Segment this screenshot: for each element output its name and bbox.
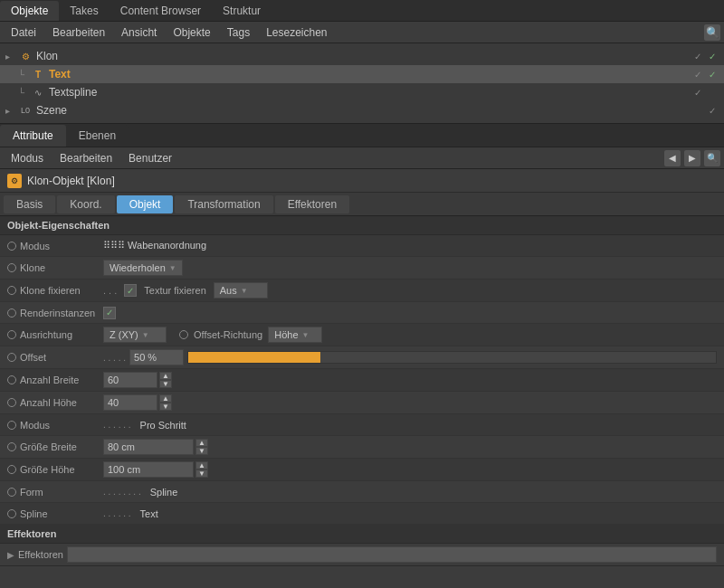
subtab-koord[interactable]: Koord. [57,195,114,213]
klon-obj-icon: ⚙ [7,174,22,188]
offset-group: . . . . . [103,349,717,365]
textspline-checks: ✓ [691,86,719,99]
tab-struktur[interactable]: Struktur [212,1,272,21]
tab-content-browser[interactable]: Content Browser [110,1,212,21]
klon-check1: ✓ [691,50,704,62]
subtab-objekt[interactable]: Objekt [117,195,174,213]
step-up-gr-h[interactable]: ▲ [195,461,208,469]
groesse-breite-group: ▲ ▼ [103,439,208,455]
textur-fix-label: Textur fixieren [144,285,205,296]
step-down-gr-h[interactable]: ▼ [195,469,208,478]
dots-offset: . . . . . [103,353,126,363]
spline-check1: ✓ [691,86,704,99]
prop-label-klone: Klone [7,262,98,273]
tab-attribute[interactable]: Attribute [0,125,66,147]
ausrichtung-group: Z (XY) Offset-Richtung Höhe [103,327,717,343]
step-down-anz-h[interactable]: ▼ [159,403,172,411]
checkbox-render[interactable]: ✓ [103,307,116,319]
step-up-anz-b[interactable]: ▲ [159,372,172,380]
text-check1: ✓ [691,68,704,81]
attr-menu-modus[interactable]: Modus [4,150,51,166]
step-up-gr-b[interactable]: ▲ [195,439,208,447]
attr-menu-benutzer[interactable]: Benutzer [121,150,179,166]
expand-icon-klon: ▸ [5,52,14,62]
prop-dropdown-textur[interactable]: Aus [214,282,268,299]
subtab-effektoren[interactable]: Effektoren [275,195,349,213]
text-icon: T [31,67,45,81]
prop-label-offset: Offset [7,352,98,363]
prop-circle-gr-b [7,442,16,451]
step-down-gr-b[interactable]: ▼ [195,447,208,455]
input-groesse-hohe[interactable] [103,461,194,478]
checkbox-klone-fix[interactable]: ✓ [124,284,137,297]
prop-label-render: Renderinstanzen [7,308,98,318]
step-down-anz-b[interactable]: ▼ [159,380,172,388]
nav-next-btn[interactable]: ▶ [684,150,700,166]
klon-check2: ✓ [706,50,719,62]
step-up-anz-h[interactable]: ▲ [159,394,172,403]
object-row-klon[interactable]: ▸ ⚙ Klon ✓ ✓ [0,47,724,65]
search-icon[interactable]: 🔍 [704,24,720,41]
textspline-icon: ∿ [31,85,45,100]
offset-input[interactable] [129,349,184,365]
menu-objekte[interactable]: Objekte [166,24,217,41]
menu-bearbeiten[interactable]: Bearbeiten [45,24,112,41]
offset-slider[interactable] [187,351,717,364]
prop-dropdown-klone[interactable]: Wiederholen [103,260,183,276]
prop-label-form: Form [7,487,98,498]
input-anzahl-breite[interactable] [103,372,157,388]
section-effektoren: Effektoren [0,525,724,544]
menu-tags[interactable]: Tags [220,24,257,41]
prop-label-groesse-hohe: Größe Höhe [7,464,98,475]
effektor-arrow: ▶ [7,550,14,560]
prop-row-modus-pro: Modus . . . . . . Pro Schritt [0,414,724,436]
prop-row-klone: Klone Wiederholen [0,257,724,280]
szene-check1: ✓ [706,104,719,117]
tab-objekte[interactable]: Objekte [0,1,59,21]
prop-label-modus-pro: Modus [7,420,98,431]
prop-value-modus: ⠿⠿⠿ Wabenanordnung [103,240,717,251]
dots-form: . . . . . . . . [103,487,141,497]
dropdown-ausrichtung[interactable]: Z (XY) [103,327,167,343]
object-row-szene[interactable]: ▸ L0 Szene ✓ [0,101,724,119]
subtab-basis[interactable]: Basis [4,195,55,213]
object-row-text[interactable]: └ T Text ✓ ✓ [0,65,724,83]
text-check2: ✓ [706,68,719,81]
object-title-bar: ⚙ Klon-Objekt [Klon] [0,169,724,193]
nav-prev-btn[interactable]: ◀ [664,150,681,166]
prop-row-modus: Modus ⠿⠿⠿ Wabenanordnung [0,235,724,257]
dots-klone: . . . [103,285,117,296]
object-title: Klon-Objekt [Klon] [27,175,115,187]
input-anzahl-hohe[interactable] [103,394,157,411]
szene-label: Szene [36,104,702,117]
subtab-transformation[interactable]: Transformation [175,195,272,213]
effektor-input[interactable] [67,546,717,563]
menu-lesezeichen[interactable]: Lesezeichen [259,24,334,41]
tab-takes[interactable]: Takes [59,1,109,21]
text-checks: ✓ ✓ [691,68,719,81]
prop-value-spline[interactable]: Text [140,508,717,519]
prop-row-anzahl-breite: Anzahl Breite ▲ ▼ [0,369,724,392]
prop-row-groesse-breite: Größe Breite ▲ ▼ [0,436,724,459]
prop-circle-klone [7,263,16,272]
effektor-label: Effektoren [18,549,63,560]
klon-checks: ✓ ✓ [691,50,719,62]
prop-circle-modus-pro [7,421,16,430]
prop-label-spline: Spline [7,508,98,519]
prop-circle-anz-h [7,398,16,407]
anzahl-breite-group: ▲ ▼ [103,372,172,388]
dropdown-offset-richtung[interactable]: Höhe [268,327,322,343]
nav-search-btn[interactable]: 🔍 [704,150,720,166]
stepper-anz-b: ▲ ▼ [159,372,172,388]
menu-ansicht[interactable]: Ansicht [114,24,164,41]
menu-datei[interactable]: Datei [4,24,43,41]
klon-icon: ⚙ [18,49,33,63]
prop-label-klone-fixieren: Klone fixieren [7,285,98,296]
input-groesse-breite[interactable] [103,439,194,455]
stepper-gr-h: ▲ ▼ [195,461,208,478]
sub-tab-bar: Basis Koord. Objekt Transformation Effek… [0,193,724,216]
object-row-textspline[interactable]: └ ∿ Textspline ✓ [0,83,724,101]
prop-circle-offset [7,353,16,362]
attr-menu-bearbeiten[interactable]: Bearbeiten [52,150,119,166]
tab-ebenen[interactable]: Ebenen [66,125,129,147]
